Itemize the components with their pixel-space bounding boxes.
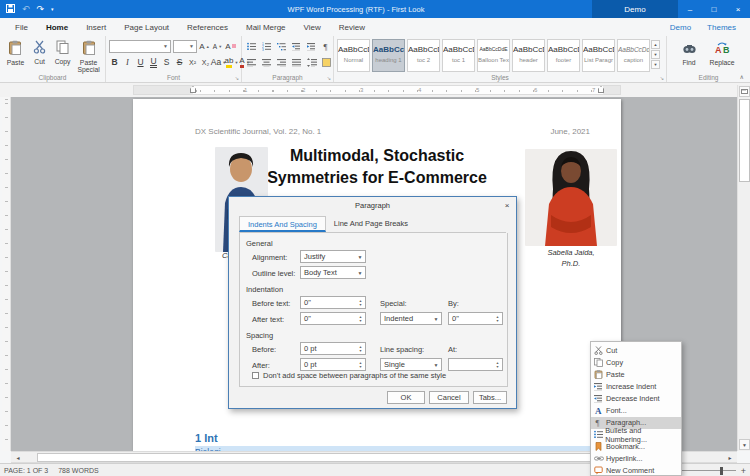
style-toc-2[interactable]: AaBbCcDtoc 2 [407,39,440,72]
redo-icon[interactable]: ↷ [37,4,45,14]
maximize-button[interactable]: □ [702,0,726,18]
context-menu-item-bullets-and-numbering[interactable]: Bullets and Numbering... [591,429,681,441]
ribbon-tab-home[interactable]: Home [37,23,77,32]
vertical-scrollbar[interactable]: ▼ [737,85,750,451]
indent-dec-button[interactable] [290,40,303,53]
paste-special-button[interactable]: Paste Special [75,38,102,73]
change-case-button[interactable]: Aa▼ [213,56,224,69]
small-caps-button[interactable]: S [161,56,172,69]
special-combo[interactable]: Indented▼ [380,312,442,325]
indent-inc-button[interactable] [305,40,318,53]
grow-font-button[interactable]: A▲ [199,40,210,53]
context-menu-item-font[interactable]: AFont... [591,404,681,416]
superscript-button[interactable]: X² [187,56,198,69]
ok-button[interactable]: OK [387,391,425,404]
ruler-toggle-icon[interactable] [739,86,750,97]
dialog-title-bar[interactable]: Paragraph × [229,197,516,214]
tabs-button[interactable]: Tabs... [473,391,507,404]
replace-button[interactable]: AB Replace [706,40,738,66]
scroll-right-icon[interactable]: ▸ [725,453,735,462]
qat-customize-icon[interactable]: ▾ [51,6,54,12]
hscroll-thumb[interactable] [37,453,609,462]
align-center-button[interactable] [260,56,273,69]
pilcrow-button[interactable]: ¶ [320,40,333,53]
tab-indents-and-spacing[interactable]: Indents And Spacing [239,216,326,232]
style-heading-1[interactable]: AaBbCcheading 1 [372,39,405,72]
gallery-up-icon[interactable]: ▲ [651,40,660,49]
style-footer[interactable]: AaBbCcDfooter [547,39,580,72]
spacing-after-spinner[interactable]: 0 pt▲▼ [300,358,366,371]
scroll-left-icon[interactable]: ◂ [13,453,23,462]
at-spinner[interactable]: ▲▼ [448,358,503,371]
ribbon-tab-view[interactable]: View [295,23,330,32]
collapse-ribbon-icon[interactable]: ∧ [740,73,744,80]
minimize-button[interactable]: – [678,0,702,18]
find-button[interactable]: Find [676,40,702,66]
shrink-font-button[interactable]: A▼ [212,40,223,53]
undo-icon[interactable]: ↶ [22,4,30,14]
style-balloon-tex[interactable]: AaBbCcDdEBalloon Tex [477,39,510,72]
ribbon-tab-mail-merge[interactable]: Mail Merge [237,23,295,32]
double-underline-button[interactable]: U [148,56,159,69]
copy-button[interactable]: Copy [51,38,74,73]
bullets-button[interactable] [245,40,258,53]
font-size-combo[interactable]: ▼ [173,40,197,53]
shading-button[interactable] [320,56,333,69]
subscript-button[interactable]: X₂ [200,56,211,69]
context-menu-item-paste[interactable]: Paste [591,368,681,380]
italic-button[interactable]: I [122,56,133,69]
clear-formatting-button[interactable]: A [225,40,236,53]
underline-button[interactable]: U [135,56,146,69]
multilevel-button[interactable] [275,40,288,53]
ribbon-tab-references[interactable]: References [178,23,237,32]
context-menu-item-copy[interactable]: Copy [591,356,681,368]
menu-link-themes[interactable]: Themes [707,23,736,32]
checkbox-box[interactable] [252,372,259,379]
context-menu-item-decrease-indent[interactable]: Decrease Indent [591,392,681,404]
dialog-close-icon[interactable]: × [498,201,516,210]
style-normal[interactable]: AaBbCcDNormal [337,39,370,72]
numbering-button[interactable]: 123 [260,40,273,53]
ribbon-tab-review[interactable]: Review [330,23,374,32]
font-dialog-launcher-icon[interactable]: ↘ [235,75,239,81]
before-text-spinner[interactable]: 0"▲▼ [300,296,366,309]
bold-button[interactable]: B [109,56,120,69]
gallery-expand-icon[interactable]: ▼ [651,60,660,69]
gallery-down-icon[interactable]: ▼ [651,50,660,59]
line-spacing-button[interactable] [305,56,318,69]
strikethrough-button[interactable]: S [174,56,185,69]
after-text-spinner[interactable]: 0"▲▼ [300,312,366,325]
scroll-down-icon[interactable]: ▼ [739,439,750,450]
context-menu-item-hyperlink[interactable]: Hyperlink... [591,453,681,465]
cut-button[interactable]: Cut [29,38,50,73]
context-menu-item-cut[interactable]: Cut [591,344,681,356]
paragraph-dialog-launcher-icon[interactable]: ↘ [327,75,331,81]
menu-link-demo[interactable]: Demo [670,23,691,32]
align-justify-button[interactable] [290,56,303,69]
by-spinner[interactable]: 0"▲▼ [448,312,503,325]
spacing-before-spinner[interactable]: 0 pt▲▼ [300,342,366,355]
align-left-button[interactable] [245,56,258,69]
context-menu-item-new-comment[interactable]: New Comment [591,465,681,476]
style-caption[interactable]: AaBbCcDdEcaption [617,39,650,72]
font-name-combo[interactable]: ▼ [109,40,171,53]
outline-level-combo[interactable]: Body Text▼ [300,266,366,279]
style-list-paragr[interactable]: AaBbCcDList Paragr [582,39,615,72]
line-spacing-combo[interactable]: Single▼ [380,358,442,371]
save-icon[interactable] [6,4,15,15]
zoom-slider-thumb[interactable] [720,467,723,475]
zoom-in-icon[interactable]: + [741,466,746,476]
tab-line-and-page-breaks[interactable]: Line And Page Breaks [326,216,416,232]
style-header[interactable]: AaBbCcDheader [512,39,545,72]
paste-button[interactable]: Paste [3,38,28,73]
close-button[interactable]: × [726,0,750,18]
styles-dialog-launcher-icon[interactable]: ↘ [660,75,664,81]
demo-button[interactable]: Demo [592,0,678,18]
align-right-button[interactable] [275,56,288,69]
highlight-color-button[interactable]: ab▼ [226,56,237,69]
ribbon-tab-page-layout[interactable]: Page Layout [115,23,178,32]
ribbon-tab-insert[interactable]: Insert [77,23,115,32]
alignment-combo[interactable]: Justify▼ [300,250,366,263]
style-toc-1[interactable]: AaBbCcDtoc 1 [442,39,475,72]
context-menu-item-increase-indent[interactable]: Increase Indent [591,380,681,392]
